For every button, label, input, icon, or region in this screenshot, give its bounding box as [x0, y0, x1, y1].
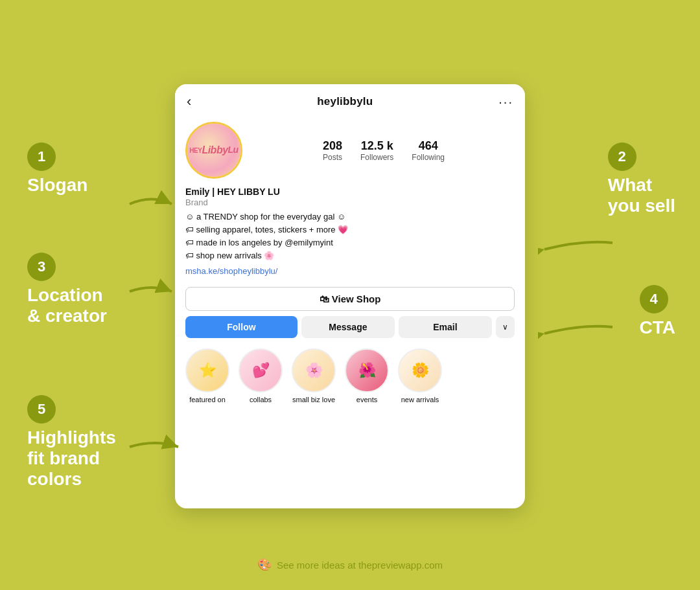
highlight-label-collabs: collabs: [250, 396, 272, 403]
highlight-circle-smallbiz: 🌸: [292, 348, 336, 392]
highlight-circle-featured: ⭐: [185, 348, 229, 392]
phone-mockup: ‹ heylibbylu ··· HEY Libby Lu 208 Posts …: [175, 84, 525, 508]
bio-section: Emily | HEY LIBBY LU Brand ☺ a TRENDY sh…: [175, 185, 525, 282]
annotation-label-4: CTA: [640, 317, 675, 338]
posts-label: Posts: [323, 153, 342, 162]
stat-following[interactable]: 464 Following: [412, 139, 445, 162]
highlight-label-featured: featured on: [189, 396, 226, 403]
footer: 🎨 See more ideas at thepreviewapp.com: [257, 558, 443, 572]
highlight-events[interactable]: 🌺 events: [345, 348, 389, 403]
bio-category: Brand: [185, 198, 515, 207]
annotation-circle-4: 4: [640, 285, 668, 313]
highlight-featured-on[interactable]: ⭐ featured on: [185, 348, 229, 403]
bio-text: ☺ a TRENDY shop for the everyday gal ☺ 🏷…: [185, 210, 515, 263]
stat-followers[interactable]: 12.5 k Followers: [360, 139, 393, 162]
highlight-circle-newarrivals: 🌼: [398, 348, 442, 392]
arrow-3: [126, 278, 178, 304]
highlight-circle-events: 🌺: [345, 348, 389, 392]
arrow-4: [538, 317, 616, 350]
email-button[interactable]: Email: [399, 316, 492, 338]
highlight-new-arrivals[interactable]: 🌼 new arrivals: [398, 348, 442, 403]
annotation-circle-1: 1: [27, 142, 56, 171]
posts-count: 208: [323, 139, 342, 153]
annotation-label-2: What you sell: [608, 175, 675, 216]
action-buttons: 🛍 View Shop Follow Message Email ∨: [175, 282, 525, 343]
highlight-collabs[interactable]: 💕 collabs: [239, 348, 283, 403]
highlights-row: ⭐ featured on 💕 collabs 🌸 small biz love…: [175, 343, 525, 414]
followers-count: 12.5 k: [360, 139, 393, 153]
highlight-label-newarrivals: new arrivals: [401, 396, 439, 403]
avatar[interactable]: HEY Libby Lu: [185, 122, 242, 179]
highlight-label-events: events: [356, 396, 377, 403]
annotation-label-5: Highlights fit brand colors: [27, 427, 116, 490]
follow-button[interactable]: Follow: [185, 316, 298, 338]
annotation-4: 4 CTA: [640, 285, 675, 338]
bio-link[interactable]: msha.ke/shopheylibbylu/: [185, 266, 277, 276]
followers-label: Followers: [360, 153, 393, 162]
highlight-circle-collabs: 💕: [239, 348, 283, 392]
arrow-5: [126, 434, 185, 460]
highlight-small-biz[interactable]: 🌸 small biz love: [292, 348, 336, 403]
bio-name: Emily | HEY LIBBY LU: [185, 187, 515, 197]
stats-row: 208 Posts 12.5 k Followers 464 Following: [253, 139, 515, 162]
annotation-label-1: Slogan: [27, 175, 88, 196]
chevron-button[interactable]: ∨: [496, 316, 515, 338]
follow-row: Follow Message Email ∨: [185, 316, 515, 338]
annotation-1: 1 Slogan: [27, 142, 88, 196]
stat-posts[interactable]: 208 Posts: [323, 139, 342, 162]
following-label: Following: [412, 153, 445, 162]
arrow-1: [126, 188, 178, 220]
phone-topbar: ‹ heylibbylu ···: [175, 84, 525, 117]
message-button[interactable]: Message: [301, 316, 395, 338]
arrow-2: [538, 233, 616, 266]
view-shop-button[interactable]: 🛍 View Shop: [185, 287, 515, 311]
username-label: heylibbylu: [317, 95, 373, 108]
avatar-image: HEY Libby Lu: [187, 124, 240, 177]
annotation-5: 5 Highlights fit brand colors: [27, 395, 116, 490]
footer-text: See more ideas at thepreviewapp.com: [277, 560, 443, 571]
annotation-label-3: Location & creator: [27, 285, 107, 326]
more-icon[interactable]: ···: [498, 95, 513, 109]
annotation-circle-2: 2: [608, 142, 636, 171]
annotation-circle-5: 5: [27, 395, 56, 424]
annotation-circle-3: 3: [27, 253, 56, 281]
profile-section: HEY Libby Lu 208 Posts 12.5 k Followers …: [175, 117, 525, 185]
annotation-3: 3 Location & creator: [27, 253, 107, 326]
following-count: 464: [412, 139, 445, 153]
footer-icon: 🎨: [257, 558, 272, 572]
highlight-label-smallbiz: small biz love: [292, 396, 335, 403]
annotation-2: 2 What you sell: [608, 142, 675, 216]
back-icon[interactable]: ‹: [187, 93, 191, 110]
